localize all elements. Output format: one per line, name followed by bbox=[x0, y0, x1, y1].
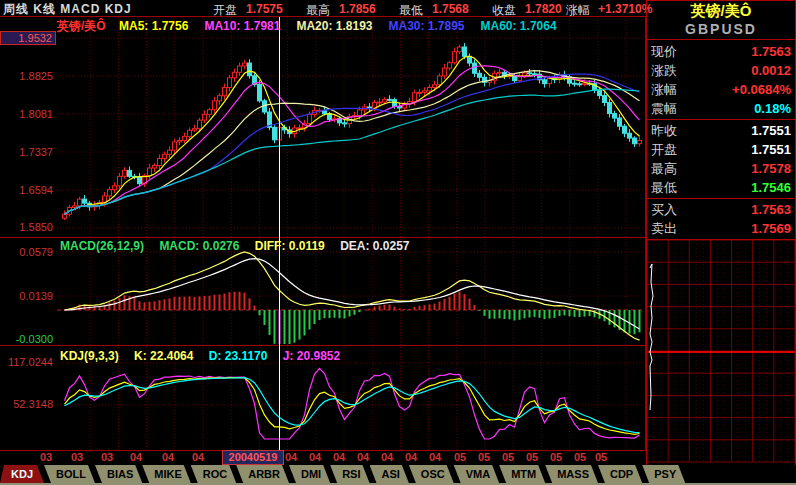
x-axis-label: 03 bbox=[71, 451, 83, 463]
quote-panel-symbol: GBPUSD bbox=[647, 21, 795, 37]
tab-roc[interactable]: ROC bbox=[191, 465, 236, 483]
quote-value: 1.7563 bbox=[751, 44, 791, 59]
stat-value: 1.7856 bbox=[339, 2, 376, 16]
quote-row: 震幅0.18% bbox=[647, 99, 795, 118]
macd-axis-label: 0.0139 bbox=[0, 290, 53, 302]
price-axis-label: 1.8081 bbox=[0, 108, 53, 120]
x-axis-label: 04 bbox=[162, 451, 174, 463]
price-axis-label: 1.7337 bbox=[0, 146, 53, 158]
quote-row: 涨幅+0.0684% bbox=[647, 80, 795, 99]
quote-value: 1.7578 bbox=[751, 161, 791, 176]
quote-label: 昨收 bbox=[651, 122, 677, 140]
x-axis-label: 03 bbox=[101, 451, 113, 463]
x-axis-label: 04 bbox=[130, 451, 142, 463]
quote-label: 开盘 bbox=[651, 141, 677, 159]
price-axis-highlight: 1.9532 bbox=[0, 31, 56, 45]
tab-asi[interactable]: ASI bbox=[370, 465, 409, 483]
stat-label: 开盘 bbox=[213, 2, 237, 19]
quote-rows: 现价1.7563涨跌0.0012涨幅+0.0684%震幅0.18%昨收1.755… bbox=[647, 42, 795, 241]
divider bbox=[647, 119, 795, 120]
k-value: K: 22.4064 bbox=[134, 349, 193, 363]
tab-arbr[interactable]: ARBR bbox=[236, 465, 289, 483]
tab-cdp[interactable]: CDP bbox=[598, 465, 642, 483]
x-axis-label: 04 bbox=[285, 451, 297, 463]
x-axis-label: 05 bbox=[550, 451, 562, 463]
x-axis-label: 05 bbox=[574, 451, 586, 463]
macd-header: MACD(26,12,9) MACD: 0.0276 DIFF: 0.0119 … bbox=[60, 239, 422, 253]
macd-axis-label: 0.0579 bbox=[0, 246, 53, 258]
quote-row: 昨收1.7551 bbox=[647, 121, 795, 140]
x-axis-label: 04 bbox=[357, 451, 369, 463]
quote-panel: 英镑/美Ô GBPUSD 现价1.7563涨跌0.0012涨幅+0.0684%震… bbox=[646, 0, 796, 485]
price-axis-label: 1.6594 bbox=[0, 184, 53, 196]
tab-rsi[interactable]: RSI bbox=[330, 465, 369, 483]
x-axis-label: 05 bbox=[478, 451, 490, 463]
quote-value: 1.7563 bbox=[751, 202, 791, 217]
tab-kdj[interactable]: KDJ bbox=[0, 465, 44, 483]
quote-row: 卖出1.7569 bbox=[647, 219, 795, 238]
tab-mike[interactable]: MIKE bbox=[142, 465, 191, 483]
diff-value: DIFF: 0.0119 bbox=[255, 239, 325, 253]
quote-label: 涨幅 bbox=[651, 81, 677, 99]
kdj-header: KDJ(9,3,3) K: 22.4064 D: 23.1170 J: 20.9… bbox=[60, 349, 352, 363]
trading-app-window: 周线 K线 MACD KDJ 开盘1.7575最高1.7856最低1.7568收… bbox=[0, 0, 796, 485]
j-value: J: 20.9852 bbox=[283, 349, 340, 363]
tab-mtm[interactable]: MTM bbox=[499, 465, 545, 483]
quote-label: 买入 bbox=[651, 201, 677, 219]
quote-value: 1.7551 bbox=[751, 123, 791, 138]
tab-boll[interactable]: BOLL bbox=[44, 465, 95, 483]
stat-value: +1.3710% bbox=[598, 2, 652, 16]
stat-value: 1.7575 bbox=[246, 2, 283, 16]
ma-value: MA30: 1.7895 bbox=[388, 19, 464, 33]
x-axis-label: 05 bbox=[526, 451, 538, 463]
x-axis-label: 05 bbox=[454, 451, 466, 463]
stat-label: 收盘 bbox=[492, 2, 516, 19]
indicator-tab-bar: KDJBOLLBIASMIKEROCARBRDMIRSIASIOSCVMAMTM… bbox=[0, 465, 796, 485]
stat-value: 1.7568 bbox=[432, 2, 469, 16]
ma-value: MA20: 1.8193 bbox=[296, 19, 372, 33]
selected-date-box: 20040519 bbox=[222, 450, 284, 465]
quote-label: 卖出 bbox=[651, 220, 677, 238]
x-axis-label: 04 bbox=[192, 451, 204, 463]
kdj-title: KDJ(9,3,3) bbox=[60, 349, 119, 363]
stat-label: 最低 bbox=[399, 2, 423, 19]
quote-value: 0.18% bbox=[754, 101, 791, 116]
quote-row: 最低1.7546 bbox=[647, 178, 795, 197]
quote-value: +0.0684% bbox=[732, 82, 791, 97]
quote-label: 最高 bbox=[651, 160, 677, 178]
quote-label: 涨跌 bbox=[651, 62, 677, 80]
x-axis-label: 05 bbox=[502, 451, 514, 463]
ma-value: MA5: 1.7756 bbox=[119, 19, 188, 33]
price-axis-label: 1.8825 bbox=[0, 70, 53, 82]
quote-label: 最低 bbox=[651, 179, 677, 197]
divider bbox=[647, 198, 795, 199]
stat-label: 最高 bbox=[306, 2, 330, 19]
macd-value: MACD: 0.0276 bbox=[159, 239, 239, 253]
ma-items: MA5: 1.7756MA10: 1.7981MA20: 1.8193MA30:… bbox=[119, 19, 573, 33]
quote-label: 震幅 bbox=[651, 100, 677, 118]
price-axis-label: 1.5850 bbox=[0, 221, 53, 233]
macd-title: MACD(26,12,9) bbox=[60, 239, 144, 253]
ma-value: MA10: 1.7981 bbox=[204, 19, 280, 33]
quote-value: 1.7569 bbox=[751, 221, 791, 236]
tab-vma[interactable]: VMA bbox=[454, 465, 499, 483]
x-axis-label: 04 bbox=[405, 451, 417, 463]
divider bbox=[647, 39, 795, 40]
macd-axis-label: -0.0300 bbox=[0, 333, 53, 345]
tab-mass[interactable]: MASS bbox=[545, 465, 598, 483]
tab-psy[interactable]: PSY bbox=[642, 465, 685, 483]
tab-dmi[interactable]: DMI bbox=[289, 465, 330, 483]
symbol-label: 英镑/美Ô bbox=[57, 19, 106, 33]
quote-value: 1.7551 bbox=[751, 142, 791, 157]
quote-value: 0.0012 bbox=[751, 63, 791, 78]
x-axis-label: 04 bbox=[381, 451, 393, 463]
page-title: 周线 K线 MACD KDJ bbox=[3, 1, 132, 18]
kdj-axis-label: 117.0244 bbox=[0, 356, 53, 368]
tab-bias[interactable]: BIAS bbox=[95, 465, 142, 483]
quote-row: 涨跌0.0012 bbox=[647, 61, 795, 80]
stat-value: 1.7820 bbox=[525, 2, 562, 16]
ma-values-row: 英镑/美Ô MA5: 1.7756MA10: 1.7981MA20: 1.819… bbox=[57, 18, 573, 35]
quote-row: 开盘1.7551 bbox=[647, 140, 795, 159]
x-axis-label: 04 bbox=[333, 451, 345, 463]
tab-osc[interactable]: OSC bbox=[409, 465, 454, 483]
